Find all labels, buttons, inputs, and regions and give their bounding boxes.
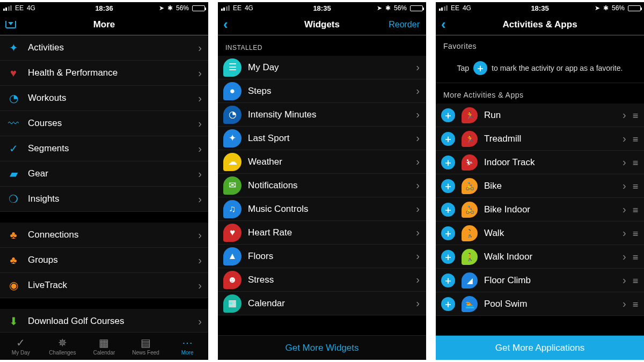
widget-row[interactable]: ♫Music Controls› bbox=[218, 197, 426, 221]
widget-row[interactable]: ✉Notifications› bbox=[218, 174, 426, 197]
add-favorite-button[interactable]: ＋ bbox=[441, 203, 455, 217]
add-favorite-button[interactable]: ＋ bbox=[441, 274, 455, 287]
get-more-widgets-button[interactable]: Get More Widgets bbox=[218, 335, 426, 360]
widgets-list[interactable]: INSTALLED ☰My Day›●Steps›◔Intensity Minu… bbox=[218, 35, 426, 335]
add-favorite-button[interactable]: ＋ bbox=[441, 179, 455, 193]
drag-handle-icon[interactable]: ≡ bbox=[633, 157, 638, 168]
tab-challenges[interactable]: ✵Challenges bbox=[42, 333, 84, 360]
widget-icon: ◔ bbox=[223, 106, 241, 124]
tray-icon bbox=[5, 21, 16, 28]
back-button[interactable]: ‹ bbox=[223, 14, 228, 35]
drag-handle-icon[interactable]: ≡ bbox=[633, 204, 638, 215]
list-item[interactable]: ❍Insights› bbox=[0, 187, 208, 212]
chevron-right-icon: › bbox=[198, 42, 202, 54]
add-favorite-button[interactable]: ＋ bbox=[441, 132, 455, 146]
chevron-right-icon: › bbox=[416, 203, 420, 215]
tab-label: More bbox=[181, 350, 194, 356]
chevron-right-icon: › bbox=[623, 274, 626, 286]
drag-handle-icon[interactable]: ≡ bbox=[633, 110, 638, 121]
drag-handle-icon[interactable]: ≡ bbox=[633, 134, 638, 144]
bluetooth-icon: ✱ bbox=[167, 4, 173, 12]
status-bar: EE 4G 18:35 ➤ ✱ 56% bbox=[436, 2, 644, 14]
activity-row[interactable]: ＋🚴Bike›≡ bbox=[436, 174, 644, 198]
back-button[interactable]: ‹ bbox=[441, 14, 446, 35]
drag-handle-icon[interactable]: ≡ bbox=[633, 252, 638, 262]
widget-icon: ☁ bbox=[223, 153, 241, 171]
tab-news-feed[interactable]: ▤News Feed bbox=[125, 333, 167, 360]
row-icon: 〰 bbox=[5, 117, 21, 130]
chevron-right-icon: › bbox=[623, 227, 626, 239]
more-activities-header: More Activities & Apps bbox=[436, 83, 644, 104]
activity-row[interactable]: ＋◢Floor Climb›≡ bbox=[436, 269, 644, 292]
widget-row[interactable]: ☁Weather› bbox=[218, 150, 426, 174]
drag-handle-icon[interactable]: ≡ bbox=[633, 181, 638, 191]
widgets-screen: EE 4G 18:35 ➤ ✱ 56% ‹ Widgets Reorder IN… bbox=[218, 2, 426, 360]
list-item[interactable]: ◉LiveTrack› bbox=[0, 273, 208, 298]
battery-pct: 56% bbox=[176, 4, 189, 12]
activity-row[interactable]: ＋🏊Pool Swim›≡ bbox=[436, 292, 644, 316]
activities-list[interactable]: Favorites Tap ＋ to mark the activity or … bbox=[436, 35, 644, 335]
activity-row[interactable]: ＋🚴Bike Indoor›≡ bbox=[436, 198, 644, 221]
add-favorite-button[interactable]: ＋ bbox=[441, 108, 455, 122]
widget-row[interactable]: ◔Intensity Minutes› bbox=[218, 103, 426, 127]
widget-row[interactable]: ▦Calendar› bbox=[218, 292, 426, 315]
list-item[interactable]: ⬇Download Golf Courses› bbox=[0, 309, 208, 332]
row-icon: ✓ bbox=[5, 142, 21, 155]
row-icon: ▰ bbox=[5, 167, 21, 180]
widget-row[interactable]: ●Steps› bbox=[218, 79, 426, 103]
activity-row[interactable]: ＋🏃Run›≡ bbox=[436, 104, 644, 127]
activities-screen: EE 4G 18:35 ➤ ✱ 56% ‹ Activities & Apps … bbox=[436, 2, 644, 360]
list-item[interactable]: ♥Health & Performance› bbox=[0, 61, 208, 86]
chevron-right-icon: › bbox=[416, 61, 420, 73]
widget-label: Intensity Minutes bbox=[248, 109, 409, 120]
list-item[interactable]: ♣Connections› bbox=[0, 223, 208, 248]
add-favorite-button[interactable]: ＋ bbox=[441, 250, 455, 264]
activity-row[interactable]: ＋🏃Treadmill›≡ bbox=[436, 127, 644, 151]
tab-my-day[interactable]: ✓My Day bbox=[0, 333, 42, 360]
signal-icon bbox=[221, 5, 230, 11]
chevron-right-icon: › bbox=[416, 226, 420, 239]
widget-icon: ✦ bbox=[223, 129, 241, 147]
hint-pre: Tap bbox=[457, 64, 470, 72]
activity-icon: ◢ bbox=[462, 272, 478, 289]
activity-row[interactable]: ＋🚶Walk Indoor›≡ bbox=[436, 245, 644, 269]
add-favorite-button[interactable]: ＋ bbox=[441, 297, 455, 311]
widget-row[interactable]: ☰My Day› bbox=[218, 56, 426, 79]
list-item[interactable]: ◔Workouts› bbox=[0, 86, 208, 111]
widget-row[interactable]: ✦Last Sport› bbox=[218, 127, 426, 150]
widget-icon: ▦ bbox=[223, 294, 241, 313]
reorder-button[interactable]: Reorder bbox=[389, 14, 420, 35]
location-icon: ➤ bbox=[377, 4, 382, 12]
list-item[interactable]: ♣Groups› bbox=[0, 248, 208, 273]
bluetooth-icon: ✱ bbox=[603, 4, 609, 12]
add-favorite-button[interactable]: ＋ bbox=[441, 226, 455, 240]
activity-icon: 🚴 bbox=[462, 202, 478, 218]
tab-calendar[interactable]: ▦Calendar bbox=[83, 333, 125, 360]
drag-handle-icon[interactable]: ≡ bbox=[633, 299, 638, 309]
row-icon: ◔ bbox=[5, 92, 21, 105]
activity-row[interactable]: ＋⛷Indoor Track›≡ bbox=[436, 151, 644, 174]
widget-icon: ▲ bbox=[223, 247, 241, 265]
row-icon: ⬇ bbox=[5, 315, 21, 328]
favorites-header: Favorites bbox=[436, 35, 644, 54]
activity-row[interactable]: ＋🚶Walk›≡ bbox=[436, 221, 644, 245]
list-item[interactable]: ✓Segments› bbox=[0, 136, 208, 161]
widget-row[interactable]: ▲Floors› bbox=[218, 245, 426, 268]
widget-row[interactable]: ♥Heart Rate› bbox=[218, 221, 426, 245]
widget-icon: ● bbox=[223, 82, 241, 100]
widget-label: Last Sport bbox=[248, 133, 409, 144]
chevron-right-icon: › bbox=[416, 156, 420, 168]
list-item[interactable]: 〰Courses› bbox=[0, 111, 208, 136]
inbox-button[interactable] bbox=[5, 14, 16, 35]
widget-row[interactable]: ☻Stress› bbox=[218, 268, 426, 292]
more-list[interactable]: ✦Activities›♥Health & Performance›◔Worko… bbox=[0, 35, 208, 332]
widget-label: Weather bbox=[248, 157, 409, 167]
get-more-apps-button[interactable]: Get More Applications bbox=[436, 335, 644, 360]
add-favorite-button[interactable]: ＋ bbox=[441, 156, 455, 169]
drag-handle-icon[interactable]: ≡ bbox=[633, 228, 638, 239]
tab-more[interactable]: ⋯More bbox=[166, 333, 208, 360]
activity-icon: 🏃 bbox=[462, 131, 478, 147]
drag-handle-icon[interactable]: ≡ bbox=[633, 275, 638, 286]
list-item[interactable]: ✦Activities› bbox=[0, 35, 208, 61]
list-item[interactable]: ▰Gear› bbox=[0, 161, 208, 187]
